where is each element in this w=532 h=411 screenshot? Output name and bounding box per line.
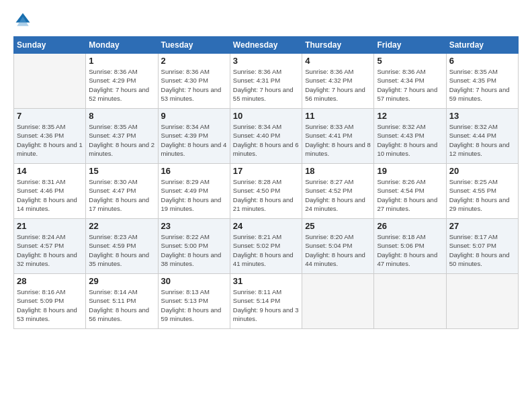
calendar-cell: 26Sunrise: 8:18 AMSunset: 5:06 PMDayligh… xyxy=(374,219,446,274)
day-info: Sunrise: 8:21 AMSunset: 5:02 PMDaylight:… xyxy=(233,232,299,268)
calendar-cell xyxy=(446,274,518,329)
day-info: Sunrise: 8:11 AMSunset: 5:14 PMDaylight:… xyxy=(233,287,299,323)
day-info: Sunrise: 8:36 AMSunset: 4:31 PMDaylight:… xyxy=(233,67,299,103)
day-header-friday: Friday xyxy=(374,37,446,54)
day-number: 15 xyxy=(89,166,154,176)
calendar-week-row: 7Sunrise: 8:35 AMSunset: 4:36 PMDaylight… xyxy=(14,109,519,164)
calendar-cell: 25Sunrise: 8:20 AMSunset: 5:04 PMDayligh… xyxy=(302,219,374,274)
day-info: Sunrise: 8:31 AMSunset: 4:46 PMDaylight:… xyxy=(17,177,83,213)
day-info: Sunrise: 8:16 AMSunset: 5:09 PMDaylight:… xyxy=(17,287,83,323)
day-number: 3 xyxy=(233,56,299,66)
day-info: Sunrise: 8:13 AMSunset: 5:13 PMDaylight:… xyxy=(161,287,227,323)
day-number: 29 xyxy=(89,276,154,286)
calendar-cell xyxy=(302,274,374,329)
calendar-cell: 16Sunrise: 8:29 AMSunset: 4:49 PMDayligh… xyxy=(158,164,230,219)
day-info: Sunrise: 8:32 AMSunset: 4:44 PMDaylight:… xyxy=(449,122,515,158)
calendar-cell xyxy=(14,54,86,109)
calendar-cell: 10Sunrise: 8:34 AMSunset: 4:40 PMDayligh… xyxy=(230,109,302,164)
calendar-cell: 30Sunrise: 8:13 AMSunset: 5:13 PMDayligh… xyxy=(158,274,230,329)
day-info: Sunrise: 8:35 AMSunset: 4:37 PMDaylight:… xyxy=(89,122,154,158)
day-number: 8 xyxy=(89,111,154,121)
day-info: Sunrise: 8:18 AMSunset: 5:06 PMDaylight:… xyxy=(377,232,443,268)
day-info: Sunrise: 8:26 AMSunset: 4:54 PMDaylight:… xyxy=(377,177,443,213)
day-number: 9 xyxy=(161,111,227,121)
day-info: Sunrise: 8:14 AMSunset: 5:11 PMDaylight:… xyxy=(89,287,154,323)
page: SundayMondayTuesdayWednesdayThursdayFrid… xyxy=(0,0,532,411)
day-number: 27 xyxy=(449,221,515,231)
calendar-cell: 18Sunrise: 8:27 AMSunset: 4:52 PMDayligh… xyxy=(302,164,374,219)
day-number: 17 xyxy=(233,166,299,176)
logo xyxy=(13,11,35,30)
day-info: Sunrise: 8:36 AMSunset: 4:29 PMDaylight:… xyxy=(89,67,154,103)
day-info: Sunrise: 8:35 AMSunset: 4:35 PMDaylight:… xyxy=(449,67,515,103)
day-number: 10 xyxy=(233,111,299,121)
day-header-sunday: Sunday xyxy=(14,37,86,54)
calendar-cell: 20Sunrise: 8:25 AMSunset: 4:55 PMDayligh… xyxy=(446,164,518,219)
day-number: 25 xyxy=(305,221,371,231)
calendar-week-row: 28Sunrise: 8:16 AMSunset: 5:09 PMDayligh… xyxy=(14,274,519,329)
header xyxy=(13,11,519,30)
day-info: Sunrise: 8:29 AMSunset: 4:49 PMDaylight:… xyxy=(161,177,227,213)
day-number: 30 xyxy=(161,276,227,286)
day-info: Sunrise: 8:28 AMSunset: 4:50 PMDaylight:… xyxy=(233,177,299,213)
calendar-cell: 1Sunrise: 8:36 AMSunset: 4:29 PMDaylight… xyxy=(86,54,158,109)
day-header-monday: Monday xyxy=(86,37,158,54)
day-info: Sunrise: 8:34 AMSunset: 4:39 PMDaylight:… xyxy=(161,122,227,158)
day-number: 11 xyxy=(305,111,371,121)
day-number: 2 xyxy=(161,56,227,66)
day-number: 24 xyxy=(233,221,299,231)
day-number: 12 xyxy=(377,111,443,121)
day-number: 21 xyxy=(17,221,83,231)
day-number: 6 xyxy=(449,56,515,66)
day-info: Sunrise: 8:22 AMSunset: 5:00 PMDaylight:… xyxy=(161,232,227,268)
day-number: 13 xyxy=(449,111,515,121)
calendar-cell: 4Sunrise: 8:36 AMSunset: 4:32 PMDaylight… xyxy=(302,54,374,109)
day-number: 14 xyxy=(17,166,83,176)
day-info: Sunrise: 8:17 AMSunset: 5:07 PMDaylight:… xyxy=(449,232,515,268)
calendar-cell: 21Sunrise: 8:24 AMSunset: 4:57 PMDayligh… xyxy=(14,219,86,274)
calendar-cell: 15Sunrise: 8:30 AMSunset: 4:47 PMDayligh… xyxy=(86,164,158,219)
day-info: Sunrise: 8:20 AMSunset: 5:04 PMDaylight:… xyxy=(305,232,371,268)
day-number: 7 xyxy=(17,111,83,121)
calendar-cell: 27Sunrise: 8:17 AMSunset: 5:07 PMDayligh… xyxy=(446,219,518,274)
calendar-cell: 31Sunrise: 8:11 AMSunset: 5:14 PMDayligh… xyxy=(230,274,302,329)
day-number: 1 xyxy=(89,56,154,66)
day-number: 18 xyxy=(305,166,371,176)
day-number: 28 xyxy=(17,276,83,286)
day-info: Sunrise: 8:36 AMSunset: 4:34 PMDaylight:… xyxy=(377,67,443,103)
calendar-week-row: 1Sunrise: 8:36 AMSunset: 4:29 PMDaylight… xyxy=(14,54,519,109)
day-info: Sunrise: 8:30 AMSunset: 4:47 PMDaylight:… xyxy=(89,177,154,213)
day-number: 23 xyxy=(161,221,227,231)
day-info: Sunrise: 8:36 AMSunset: 4:32 PMDaylight:… xyxy=(305,67,371,103)
calendar-cell: 3Sunrise: 8:36 AMSunset: 4:31 PMDaylight… xyxy=(230,54,302,109)
day-number: 31 xyxy=(233,276,299,286)
calendar-cell: 22Sunrise: 8:23 AMSunset: 4:59 PMDayligh… xyxy=(86,219,158,274)
calendar-cell: 19Sunrise: 8:26 AMSunset: 4:54 PMDayligh… xyxy=(374,164,446,219)
calendar-cell: 23Sunrise: 8:22 AMSunset: 5:00 PMDayligh… xyxy=(158,219,230,274)
day-info: Sunrise: 8:24 AMSunset: 4:57 PMDaylight:… xyxy=(17,232,83,268)
day-info: Sunrise: 8:27 AMSunset: 4:52 PMDaylight:… xyxy=(305,177,371,213)
calendar-cell: 17Sunrise: 8:28 AMSunset: 4:50 PMDayligh… xyxy=(230,164,302,219)
calendar-cell: 29Sunrise: 8:14 AMSunset: 5:11 PMDayligh… xyxy=(86,274,158,329)
day-header-saturday: Saturday xyxy=(446,37,518,54)
calendar-cell: 8Sunrise: 8:35 AMSunset: 4:37 PMDaylight… xyxy=(86,109,158,164)
day-info: Sunrise: 8:33 AMSunset: 4:41 PMDaylight:… xyxy=(305,122,371,158)
calendar-cell: 5Sunrise: 8:36 AMSunset: 4:34 PMDaylight… xyxy=(374,54,446,109)
calendar-cell: 14Sunrise: 8:31 AMSunset: 4:46 PMDayligh… xyxy=(14,164,86,219)
calendar-cell: 11Sunrise: 8:33 AMSunset: 4:41 PMDayligh… xyxy=(302,109,374,164)
day-info: Sunrise: 8:36 AMSunset: 4:30 PMDaylight:… xyxy=(161,67,227,103)
day-number: 4 xyxy=(305,56,371,66)
day-header-tuesday: Tuesday xyxy=(158,37,230,54)
calendar-cell: 28Sunrise: 8:16 AMSunset: 5:09 PMDayligh… xyxy=(14,274,86,329)
calendar-cell: 6Sunrise: 8:35 AMSunset: 4:35 PMDaylight… xyxy=(446,54,518,109)
calendar-cell: 13Sunrise: 8:32 AMSunset: 4:44 PMDayligh… xyxy=(446,109,518,164)
calendar-cell: 7Sunrise: 8:35 AMSunset: 4:36 PMDaylight… xyxy=(14,109,86,164)
calendar-week-row: 14Sunrise: 8:31 AMSunset: 4:46 PMDayligh… xyxy=(14,164,519,219)
day-number: 19 xyxy=(377,166,443,176)
logo-icon xyxy=(13,11,32,30)
calendar-table: SundayMondayTuesdayWednesdayThursdayFrid… xyxy=(13,36,519,329)
day-info: Sunrise: 8:23 AMSunset: 4:59 PMDaylight:… xyxy=(89,232,154,268)
day-info: Sunrise: 8:25 AMSunset: 4:55 PMDaylight:… xyxy=(449,177,515,213)
calendar-cell: 12Sunrise: 8:32 AMSunset: 4:43 PMDayligh… xyxy=(374,109,446,164)
day-number: 20 xyxy=(449,166,515,176)
